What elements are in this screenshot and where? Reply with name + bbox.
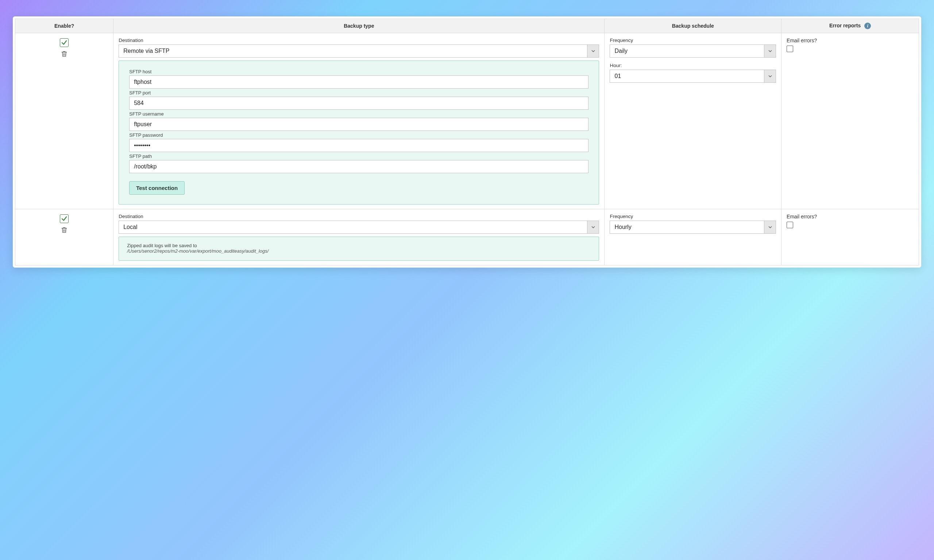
frequency-value: Daily: [610, 45, 764, 57]
local-path-message: Zipped audit logs will be saved to /User…: [127, 243, 591, 254]
chevron-down-icon: [587, 221, 599, 233]
chevron-down-icon: [587, 45, 599, 57]
enable-toggle[interactable]: [60, 38, 69, 47]
frequency-select[interactable]: Daily: [610, 45, 776, 58]
delete-button[interactable]: [60, 226, 68, 234]
sftp-pass-label: SFTP password: [129, 132, 589, 138]
frequency-value: Hourly: [610, 221, 764, 233]
trash-icon: [60, 226, 68, 234]
delete-button[interactable]: [60, 50, 68, 58]
local-details: Zipped audit logs will be saved to /User…: [119, 237, 599, 261]
sftp-user-input[interactable]: ftpuser: [129, 118, 589, 131]
sftp-host-label: SFTP host: [129, 69, 589, 74]
header-backup-type: Backup type: [114, 19, 604, 33]
chevron-down-icon: [764, 45, 776, 57]
check-icon: [61, 39, 68, 46]
header-error-reports: Error reports i: [781, 19, 919, 33]
destination-label: Destination: [119, 214, 599, 219]
header-backup-schedule: Backup schedule: [604, 19, 781, 33]
sftp-port-label: SFTP port: [129, 90, 589, 95]
sftp-details: SFTP host ftphost SFTP port 584 SFTP use…: [119, 60, 599, 205]
backup-settings-panel: Enable? Backup type Backup schedule Erro…: [13, 16, 921, 268]
email-errors-label: Email errors?: [787, 38, 914, 43]
email-errors-checkbox[interactable]: [787, 222, 793, 228]
destination-select[interactable]: Local: [119, 221, 599, 234]
test-connection-button[interactable]: Test connection: [129, 181, 185, 195]
chevron-down-icon: [764, 70, 776, 82]
hour-value: 01: [610, 70, 764, 82]
hour-label: Hour:: [610, 63, 776, 68]
enable-toggle[interactable]: [60, 214, 69, 223]
info-icon[interactable]: i: [864, 23, 871, 29]
frequency-label: Frequency: [610, 38, 776, 43]
hour-select[interactable]: 01: [610, 70, 776, 83]
trash-icon: [60, 50, 68, 58]
check-icon: [61, 215, 68, 222]
destination-label: Destination: [119, 38, 599, 43]
destination-select[interactable]: Remote via SFTP: [119, 45, 599, 58]
frequency-label: Frequency: [610, 214, 776, 219]
backup-table: Enable? Backup type Backup schedule Erro…: [15, 18, 919, 265]
sftp-user-label: SFTP username: [129, 111, 589, 117]
frequency-select[interactable]: Hourly: [610, 221, 776, 234]
table-row: Destination Local Zipped audit logs will…: [15, 209, 919, 265]
sftp-host-input[interactable]: ftphost: [129, 75, 589, 89]
destination-value: Remote via SFTP: [119, 45, 587, 57]
header-enable: Enable?: [15, 19, 114, 33]
sftp-path-input[interactable]: /root/bkp: [129, 160, 589, 173]
table-header-row: Enable? Backup type Backup schedule Erro…: [15, 19, 919, 33]
email-errors-checkbox[interactable]: [787, 46, 793, 52]
chevron-down-icon: [764, 221, 776, 233]
email-errors-label: Email errors?: [787, 214, 914, 220]
sftp-path-label: SFTP path: [129, 154, 589, 159]
table-row: Destination Remote via SFTP SFTP host ft…: [15, 33, 919, 209]
destination-value: Local: [119, 221, 587, 233]
sftp-port-input[interactable]: 584: [129, 97, 589, 110]
sftp-pass-input[interactable]: ••••••••: [129, 139, 589, 152]
